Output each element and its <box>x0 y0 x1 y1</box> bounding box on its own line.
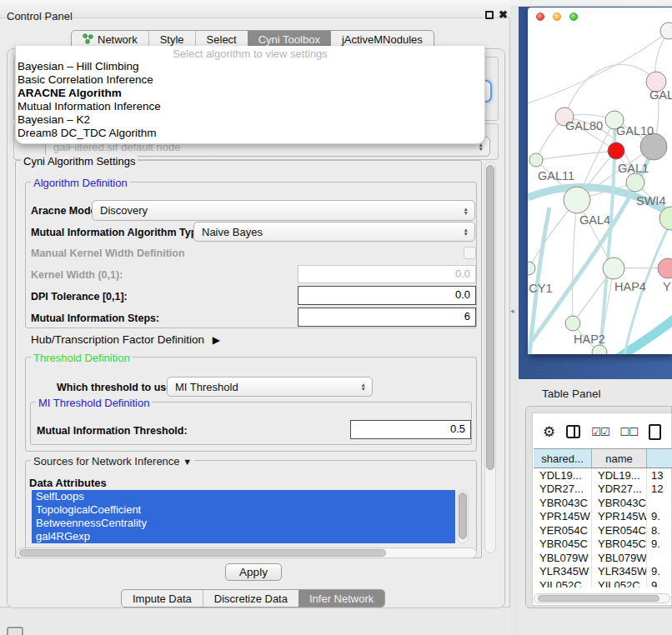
tab-discretize-data[interactable]: Discretize Data <box>203 590 298 607</box>
table-row[interactable]: YLR345WYLR345W9. <box>534 565 672 579</box>
table-column-header[interactable]: shared... <box>534 449 592 468</box>
network-node[interactable] <box>603 258 624 279</box>
data-attribute-item[interactable]: TopologicalCoefficient <box>32 503 455 517</box>
network-node-label: HAP4 <box>614 280 646 293</box>
settings-horizontal-scrollbar[interactable] <box>17 548 477 558</box>
aracne-mode-combobox[interactable]: Discovery ▲▼ <box>92 200 475 221</box>
table-cell: 9. <box>647 565 672 579</box>
attributes-scrollbar[interactable] <box>457 490 469 543</box>
threshold-definition-title: Threshold Definition <box>31 352 133 364</box>
dpi-tolerance-field[interactable]: 0.0 <box>298 286 476 305</box>
new-table-icon[interactable] <box>649 424 661 440</box>
algorithm-option[interactable]: Bayesian – Hill Climbing <box>16 60 484 73</box>
columns-icon[interactable] <box>566 425 580 438</box>
algorithm-option[interactable]: Bayesian – K2 <box>16 113 484 127</box>
table-cell: 8. <box>647 523 672 538</box>
apply-button[interactable]: Apply <box>225 563 282 581</box>
sources-group-title[interactable]: Sources for Network Inference ▼ <box>31 455 194 468</box>
table-row[interactable]: YBL079WYBL079W <box>534 551 672 565</box>
table-column-header[interactable]: name <box>592 449 647 468</box>
table-cell: YIL052C <box>534 578 592 588</box>
table-column-header[interactable]: A <box>647 449 672 468</box>
control-panel-title: Control Panel <box>7 10 73 22</box>
deselect-all-icon[interactable]: ☐☐ <box>620 426 638 438</box>
algorithm-option[interactable]: ARACNE Algorithm <box>16 87 484 100</box>
table-row[interactable]: YDL19...YDL19...13 <box>534 468 672 482</box>
table-cell: YER054C <box>592 523 647 538</box>
mi-type-combobox[interactable]: Naive Bayes ▲▼ <box>193 222 475 242</box>
float-window-button[interactable] <box>485 11 494 19</box>
network-node[interactable] <box>626 173 644 192</box>
table-row[interactable]: YBR045CYBR045C9. <box>534 538 672 552</box>
control-panel-titlebar <box>0 0 510 18</box>
table-panel-title: Table Panel <box>542 388 601 400</box>
tab-cyni-toolbox-label: Cyni Toolbox <box>258 33 320 46</box>
tab-infer-network[interactable]: Infer Network <box>298 590 384 607</box>
manual-kernel-checkbox[interactable] <box>464 247 476 259</box>
network-node-label: HAP2 <box>574 332 605 346</box>
data-attributes-label: Data Attributes <box>29 477 107 489</box>
table-cell: YDR27... <box>534 482 592 497</box>
data-attribute-item[interactable]: BetweennessCentrality <box>32 517 455 530</box>
tab-network-label: Network <box>98 33 138 46</box>
network-edge[interactable] <box>573 200 577 323</box>
table-header: shared...nameA <box>534 448 672 468</box>
mi-steps-field[interactable]: 6 <box>298 308 476 327</box>
which-threshold-value: MI Threshold <box>175 381 238 393</box>
algorithm-dropdown-popup: Select algorithm to view settings Bayesi… <box>15 46 485 144</box>
table-row[interactable]: YIL052CYIL052C9 <box>534 578 672 588</box>
table-row[interactable]: YDR27...YDR27...12 <box>534 482 672 497</box>
table-row[interactable]: YBR043CYBR043C <box>534 496 672 510</box>
network-node[interactable] <box>608 142 624 159</box>
screen: Control Panel ✖ Network Style Select Cyn… <box>0 0 672 635</box>
gear-icon[interactable]: ⚙ <box>543 425 555 439</box>
aracne-mode-label: Aracne Mode: <box>31 205 100 217</box>
mi-type-label: Mutual Information Algorithm Type: <box>31 227 206 238</box>
network-canvas[interactable]: GAL8GAL80GAL10GAL1GAL11GAL4SWI4GCY1HAP4Y… <box>528 8 672 354</box>
mi-threshold-group-title: MI Threshold Definition <box>36 397 152 409</box>
settings-vertical-scrollbar[interactable] <box>484 162 496 553</box>
kernel-width-field[interactable]: 0.0 <box>298 265 476 283</box>
manual-kernel-label: Manual Kernel Width Definition <box>31 248 185 259</box>
algorithm-option[interactable]: Mutual Information Inference <box>16 100 484 113</box>
table-cell: 9 <box>647 578 672 588</box>
network-node[interactable] <box>528 262 535 275</box>
dock-panel-icon[interactable] <box>7 627 23 635</box>
data-attribute-item[interactable]: SelfLoops <box>32 490 455 503</box>
mi-threshold-label: Mutual Information Threshold: <box>37 425 188 437</box>
network-edge[interactable] <box>528 31 669 103</box>
network-node[interactable] <box>565 316 580 331</box>
which-threshold-combobox[interactable]: MI Threshold ▲▼ <box>167 377 373 397</box>
network-edge[interactable] <box>564 64 656 117</box>
network-node[interactable] <box>564 187 590 213</box>
close-panel-button[interactable]: ✖ <box>499 8 508 21</box>
network-node-label: GAL4 <box>579 213 610 227</box>
table-cell: YLR345W <box>592 565 647 579</box>
tab-impute-data[interactable]: Impute Data <box>122 590 203 607</box>
table-row[interactable]: YER054CYER054C8. <box>534 523 672 538</box>
table-horizontal-scrollbar[interactable] <box>534 593 670 603</box>
network-node[interactable] <box>529 153 543 167</box>
data-attribute-item[interactable]: gal4RGexp <box>32 530 455 543</box>
network-node[interactable] <box>592 345 607 354</box>
network-node-label: GAL11 <box>538 169 574 182</box>
combo-arrows-icon: ▲▼ <box>464 228 469 236</box>
network-node[interactable] <box>658 258 672 278</box>
table-cell: YPR145W <box>534 510 592 524</box>
network-edge[interactable] <box>609 318 672 354</box>
network-node-label: GCY1 <box>528 282 553 295</box>
panel-divider[interactable] <box>510 7 519 635</box>
hub-definition-toggle[interactable]: Hub/Transcription Factor Definition ▶ <box>31 333 220 346</box>
table-cell: YBR045C <box>534 538 592 552</box>
splitter-arrow-icon[interactable]: ◂ <box>510 307 514 315</box>
table-row[interactable]: YPR145WYPR145W9. <box>534 510 672 524</box>
select-all-icon[interactable]: ☑☑ <box>591 426 609 438</box>
mi-threshold-field[interactable]: 0.5 <box>350 420 471 439</box>
algorithm-definition-title: Algorithm Definition <box>31 177 130 189</box>
algorithm-option[interactable]: Basic Correlation Inference <box>16 73 484 87</box>
data-attributes-list: SelfLoopsTopologicalCoefficientBetweenne… <box>32 490 455 543</box>
network-edge[interactable] <box>536 151 616 160</box>
algorithm-option[interactable]: Dream8 DC_TDC Algorithm <box>16 127 484 140</box>
mi-steps-label: Mutual Information Steps: <box>31 312 159 324</box>
table-cell: YLR345W <box>534 565 592 579</box>
